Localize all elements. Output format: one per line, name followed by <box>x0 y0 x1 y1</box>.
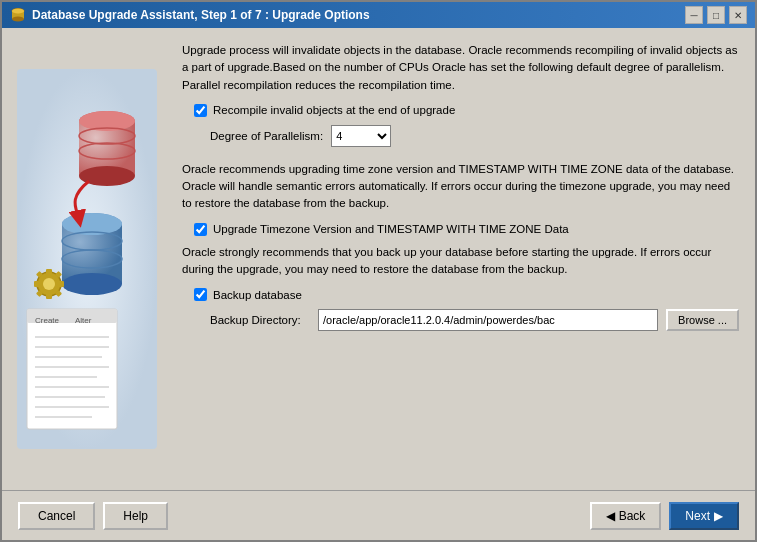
next-label: Next <box>685 509 710 523</box>
browse-button[interactable]: Browse ... <box>666 309 739 331</box>
backup-checkbox[interactable] <box>194 288 207 301</box>
svg-point-31 <box>43 278 55 290</box>
db-title-icon <box>10 7 26 23</box>
next-button[interactable]: Next ▶ <box>669 502 739 530</box>
section1-text: Upgrade process will invalidate objects … <box>182 42 739 94</box>
titlebar-left: Database Upgrade Assistant, Step 1 of 7 … <box>10 7 370 23</box>
titlebar-controls: ─ □ ✕ <box>685 6 747 24</box>
timezone-checkbox-row: Upgrade Timezone Version and TIMESTAMP W… <box>194 223 739 236</box>
right-panel: Upgrade process will invalidate objects … <box>172 28 755 490</box>
backup-label: Backup database <box>213 289 302 301</box>
backup-dir-input[interactable] <box>318 309 658 331</box>
left-panel: Create Alter <box>2 28 172 490</box>
illustration: Create Alter <box>17 69 157 449</box>
parallelism-select[interactable]: 4 1 2 3 5 6 7 8 <box>331 125 391 147</box>
titlebar-title: Database Upgrade Assistant, Step 1 of 7 … <box>32 8 370 22</box>
timezone-checkbox[interactable] <box>194 223 207 236</box>
backup-dir-row: Backup Directory: Browse ... <box>210 309 739 331</box>
close-button[interactable]: ✕ <box>729 6 747 24</box>
svg-text:Alter: Alter <box>75 316 92 325</box>
svg-text:Create: Create <box>35 316 60 325</box>
section2-text: Oracle recommends upgrading time zone ve… <box>182 161 739 213</box>
parallelism-label: Degree of Parallelism: <box>210 130 323 142</box>
back-arrow-icon: ◀ <box>606 509 615 523</box>
help-button[interactable]: Help <box>103 502 168 530</box>
next-arrow-icon: ▶ <box>714 509 723 523</box>
main-window: Database Upgrade Assistant, Step 1 of 7 … <box>0 0 757 542</box>
svg-point-26 <box>62 273 122 295</box>
back-label: Back <box>619 509 646 523</box>
back-button[interactable]: ◀ Back <box>590 502 662 530</box>
svg-rect-35 <box>58 281 64 287</box>
section3-text: Oracle strongly recommends that you back… <box>182 244 739 279</box>
footer: Cancel Help ◀ Back Next ▶ <box>2 490 755 540</box>
svg-rect-33 <box>46 293 52 299</box>
footer-right: ◀ Back Next ▶ <box>590 502 739 530</box>
recompile-checkbox-row: Recompile invalid objects at the end of … <box>194 104 739 117</box>
footer-left: Cancel Help <box>18 502 168 530</box>
recompile-label: Recompile invalid objects at the end of … <box>213 104 455 116</box>
svg-point-3 <box>12 9 24 14</box>
backup-checkbox-row: Backup database <box>194 288 739 301</box>
svg-point-2 <box>12 17 24 22</box>
recompile-checkbox[interactable] <box>194 104 207 117</box>
backup-dir-label: Backup Directory: <box>210 314 310 326</box>
titlebar: Database Upgrade Assistant, Step 1 of 7 … <box>2 2 755 28</box>
cancel-button[interactable]: Cancel <box>18 502 95 530</box>
restore-button[interactable]: □ <box>707 6 725 24</box>
minimize-button[interactable]: ─ <box>685 6 703 24</box>
svg-rect-32 <box>46 269 52 275</box>
timezone-label: Upgrade Timezone Version and TIMESTAMP W… <box>213 223 569 235</box>
svg-rect-34 <box>34 281 40 287</box>
svg-rect-5 <box>27 309 117 429</box>
content-area: Create Alter <box>2 28 755 490</box>
parallelism-row: Degree of Parallelism: 4 1 2 3 5 6 7 8 <box>210 125 739 147</box>
